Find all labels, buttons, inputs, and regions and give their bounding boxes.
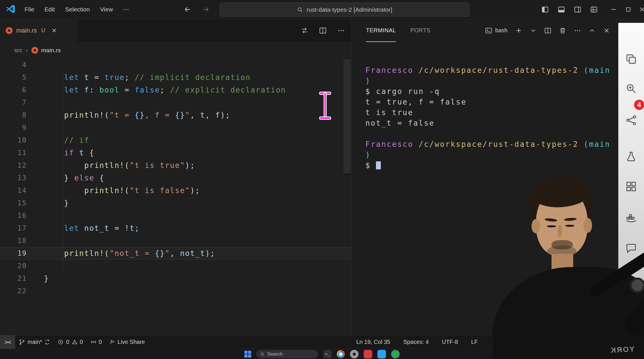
code-line[interactable]: 5 let t = true; // implicit declaration xyxy=(0,71,351,84)
taskbar-vscode-icon[interactable] xyxy=(377,350,386,358)
start-button[interactable] xyxy=(244,351,251,358)
code-line[interactable]: 6 let f: bool = false; // explicit decla… xyxy=(0,84,351,96)
tab-close-icon[interactable]: × xyxy=(52,27,57,35)
menu-overflow[interactable]: ⋯ xyxy=(118,4,134,15)
code-line[interactable]: 16 xyxy=(0,209,351,222)
menu-view[interactable]: View xyxy=(95,4,118,15)
breadcrumb: src › main.rs xyxy=(0,42,351,59)
code-line[interactable]: 14 println!("t is false"); xyxy=(0,184,351,197)
remote-graph-icon[interactable] xyxy=(625,115,637,126)
code-line[interactable]: 17 let not_t = !t; xyxy=(0,222,351,234)
maximize-panel-chevron-icon[interactable] xyxy=(589,27,595,34)
webcam-person-overlay: YORK xyxy=(461,162,644,359)
taskbar-red-app-icon[interactable] xyxy=(364,350,372,358)
split-terminal-icon[interactable] xyxy=(544,27,552,34)
terminal-output[interactable]: Francesco /c/workspace/rust-data-types-2… xyxy=(365,65,610,171)
terminal-line: t is true xyxy=(365,107,610,118)
window-minimize-button[interactable] xyxy=(607,0,620,19)
code-line[interactable]: 9 xyxy=(0,121,351,134)
line-number: 11 xyxy=(0,147,27,159)
person-eye xyxy=(547,225,556,227)
taskbar-green-app-icon[interactable] xyxy=(391,350,400,358)
taskbar-browser-icon[interactable] xyxy=(337,350,345,358)
line-number: 21 xyxy=(0,272,27,285)
code-line[interactable]: 21} xyxy=(0,272,351,285)
beaker-icon[interactable] xyxy=(625,151,637,162)
indentation-item[interactable]: Spaces: 4 xyxy=(403,339,429,345)
line-number: 7 xyxy=(0,96,27,109)
toggle-panel-icon[interactable] xyxy=(558,6,565,13)
notification-badge: 4 xyxy=(633,99,644,111)
breadcrumb-folder[interactable]: src xyxy=(14,47,22,54)
nav-forward-button[interactable] xyxy=(200,4,211,15)
code-line[interactable]: 18 xyxy=(0,234,351,247)
code-line[interactable]: 11 if t { xyxy=(0,147,351,159)
line-number: 15 xyxy=(0,197,27,209)
tab-ports[interactable]: PORTS xyxy=(410,19,430,42)
nav-back-button[interactable] xyxy=(182,4,193,15)
taskbar-search[interactable]: Search xyxy=(256,350,318,358)
code-line[interactable]: 15 } xyxy=(0,197,351,209)
terminal-line: not_t = false xyxy=(365,118,610,129)
encoding-item[interactable]: UTF-8 xyxy=(442,339,458,345)
cursor-position-item[interactable]: Ln 19, Col 35 xyxy=(356,339,390,345)
rust-file-icon xyxy=(6,27,13,34)
code-line[interactable]: 7 xyxy=(0,96,351,109)
menu-file[interactable]: File xyxy=(19,4,39,15)
tab-terminal[interactable]: TERMINAL xyxy=(366,19,396,42)
breadcrumb-file[interactable]: main.rs xyxy=(31,47,61,54)
code-line[interactable]: 4 xyxy=(0,59,351,71)
customize-layout-icon[interactable] xyxy=(590,6,598,13)
menu-selection[interactable]: Selection xyxy=(60,4,95,15)
code-line[interactable]: 13 } else { xyxy=(0,172,351,184)
code-line[interactable]: 22 xyxy=(0,285,351,297)
window-close-button[interactable] xyxy=(635,0,644,19)
editor-more-actions-icon[interactable] xyxy=(337,27,345,35)
zoom-search-icon[interactable] xyxy=(625,83,637,94)
copy-pages-icon[interactable] xyxy=(625,53,637,65)
git-branch-item[interactable]: main* xyxy=(15,335,54,349)
menu-edit[interactable]: Edit xyxy=(39,4,60,15)
shell-selector[interactable]: bash xyxy=(485,27,508,34)
chevron-down-icon[interactable] xyxy=(530,27,537,34)
window-maximize-button[interactable] xyxy=(622,0,635,19)
editor-scrollbar[interactable] xyxy=(343,59,351,175)
toggle-secondary-sidebar-icon[interactable] xyxy=(574,6,581,13)
code-editor[interactable]: 45 let t = true; // implicit declaration… xyxy=(0,59,351,335)
terminal-line: Francesco /c/workspace/rust-data-types-2… xyxy=(365,65,610,76)
tab-main-rs[interactable]: main.rs U × xyxy=(0,19,77,42)
remote-indicator[interactable]: >< xyxy=(0,335,15,349)
person-eye xyxy=(565,225,574,227)
person-ear xyxy=(583,218,592,233)
kill-terminal-trash-icon[interactable] xyxy=(559,27,566,34)
errors-item[interactable]: 0 0 xyxy=(54,335,86,349)
line-number: 18 xyxy=(0,234,27,247)
warning-count: 0 xyxy=(80,339,83,345)
taskbar-settings-icon[interactable] xyxy=(350,350,359,358)
new-terminal-icon[interactable] xyxy=(515,27,522,34)
ports-item[interactable]: 0 xyxy=(87,335,106,349)
code-line[interactable]: 19 println!("not_t = {}", not_t); xyxy=(0,247,351,260)
command-center-search[interactable]: rust-data-types-2 [Administrator] xyxy=(220,3,469,17)
editor-tab-bar: main.rs U × xyxy=(0,19,351,42)
person-nose xyxy=(558,225,562,237)
chevron-right-icon: › xyxy=(26,46,28,54)
switch-editor-icon[interactable] xyxy=(301,27,309,35)
taskbar-terminal-icon[interactable]: >_ xyxy=(323,350,332,358)
code-line[interactable]: 10 // if xyxy=(0,134,351,147)
breadcrumb-file-label: main.rs xyxy=(41,47,61,54)
live-share-item[interactable]: Live Share xyxy=(106,335,149,349)
code-line[interactable]: 20 xyxy=(0,260,351,272)
split-editor-icon[interactable] xyxy=(319,27,327,35)
toggle-sidebar-icon[interactable] xyxy=(541,6,549,13)
indent-guide xyxy=(63,71,63,272)
code-line[interactable]: 8 println!("t = {}, f = {}", t, f); xyxy=(0,109,351,121)
close-panel-icon[interactable] xyxy=(603,27,610,34)
error-icon xyxy=(58,339,64,345)
search-icon xyxy=(260,352,265,356)
branch-icon xyxy=(19,339,25,345)
panel-more-actions-icon[interactable] xyxy=(574,27,581,34)
ports-count: 0 xyxy=(99,339,102,345)
code-line[interactable]: 12 println!("t is true"); xyxy=(0,159,351,172)
panel-header: TERMINAL PORTS bash xyxy=(352,19,618,42)
